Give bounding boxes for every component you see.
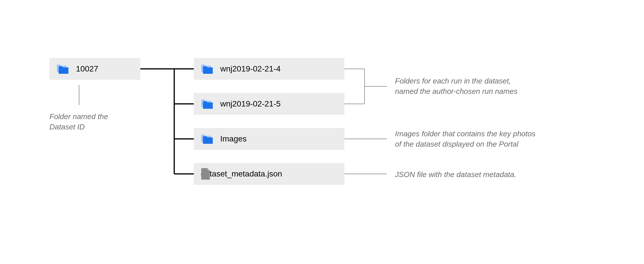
run-folder-2-box: wnj2019-02-21-5 <box>194 93 344 115</box>
run-folder-1-label: wnj2019-02-21-4 <box>220 64 281 73</box>
root-folder-box: 10027 <box>49 58 140 80</box>
metadata-annotation: JSON file with the dataset metadata. <box>395 169 573 180</box>
run-folder-1-box: wnj2019-02-21-4 <box>194 58 344 80</box>
runs-bracket-connector <box>344 68 390 105</box>
root-folder-label: 10027 <box>76 64 98 73</box>
runs-annotation: Folders for each run in the dataset, nam… <box>395 76 573 97</box>
metadata-file-box: dataset_metadata.json <box>194 163 344 185</box>
run-folder-2-label: wnj2019-02-21-5 <box>220 99 281 108</box>
annotation-connector <box>79 85 79 105</box>
file-icon <box>201 168 210 180</box>
folder-icon <box>201 133 213 144</box>
images-connector <box>344 139 387 139</box>
diagram-container: 10027 Folder named the Dataset ID wnj201… <box>0 0 644 264</box>
images-annotation: Images folder that contains the key phot… <box>395 129 602 150</box>
images-folder-box: Images <box>194 128 344 150</box>
images-folder-label: Images <box>220 134 247 143</box>
root-annotation: Folder named the Dataset ID <box>49 111 140 132</box>
folder-icon <box>56 63 69 74</box>
folder-icon <box>201 63 213 74</box>
metadata-file-label: dataset_metadata.json <box>201 169 282 178</box>
tree-connector <box>140 68 198 206</box>
metadata-connector <box>344 174 387 174</box>
folder-icon <box>201 98 213 109</box>
